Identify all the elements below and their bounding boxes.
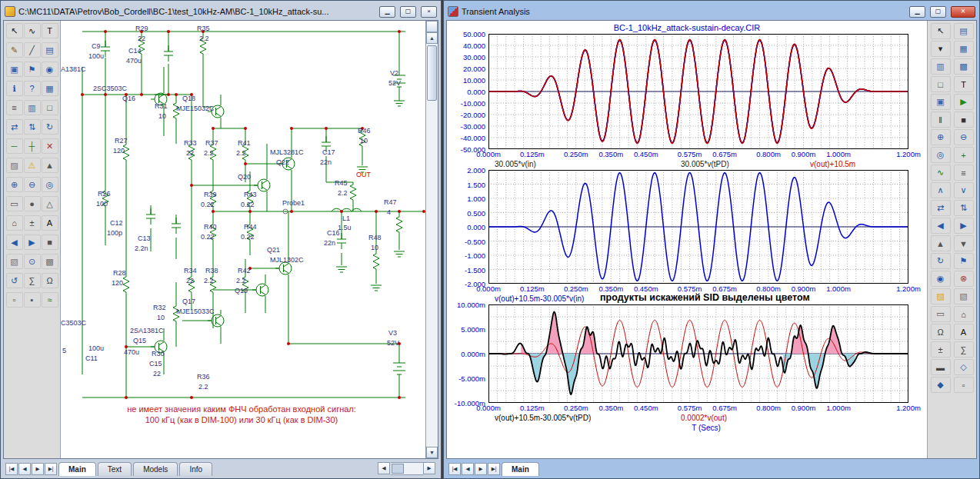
sheet-icon[interactable]: ▥ bbox=[24, 100, 41, 115]
maximize-button[interactable]: ▢ bbox=[400, 6, 416, 18]
pencil-tool-icon[interactable]: ✎ bbox=[6, 42, 23, 58]
pattern-icon[interactable]: ▦ bbox=[42, 81, 58, 96]
tab-main[interactable]: Main bbox=[58, 462, 96, 476]
scrollbar-thumb[interactable] bbox=[427, 45, 437, 101]
tab-main[interactable]: Main bbox=[502, 462, 539, 476]
wire-segment-icon[interactable]: ─ bbox=[6, 138, 23, 154]
next-page-icon[interactable]: ▶ bbox=[24, 235, 41, 250]
text-icon[interactable]: T bbox=[954, 76, 974, 92]
component-mode-icon[interactable]: ▣ bbox=[6, 62, 23, 77]
horizontal-scroll-thumb[interactable] bbox=[392, 464, 404, 474]
pause-icon[interactable]: ‖ bbox=[931, 111, 951, 128]
run-icon[interactable]: ▶ bbox=[954, 94, 974, 110]
graph-select-icon[interactable]: ▤ bbox=[954, 23, 974, 39]
abort-icon[interactable]: ⊗ bbox=[954, 271, 974, 287]
analysis-plot-area[interactable]: BC-1_10kHz_attack-sustain-decay.CIR50.00… bbox=[447, 21, 927, 458]
dropdown-icon[interactable]: ▾ bbox=[931, 41, 951, 57]
home-icon[interactable]: ⌂ bbox=[6, 215, 23, 231]
sheet-icon[interactable]: ▥ bbox=[931, 58, 951, 75]
box-icon[interactable]: ▭ bbox=[931, 306, 951, 322]
tab-scroll-first[interactable]: |◀ bbox=[5, 463, 18, 475]
rotate-icon[interactable]: ↻ bbox=[42, 119, 58, 135]
zoom-area-icon[interactable]: ◎ bbox=[42, 177, 58, 192]
triangle-shape-icon[interactable]: △ bbox=[42, 196, 58, 211]
list-icon[interactable]: ▬ bbox=[931, 359, 951, 375]
analysis-titlebar[interactable]: Transient Analysis ▁ ▢ × bbox=[446, 3, 977, 20]
scroll-up-button[interactable]: ▲ bbox=[426, 32, 438, 44]
tab-text[interactable]: Text bbox=[98, 462, 132, 476]
block-icon[interactable]: ■ bbox=[42, 235, 58, 250]
plus-minus-icon[interactable]: ± bbox=[931, 341, 951, 358]
shade-icon[interactable]: ▧ bbox=[954, 288, 974, 304]
scroll-right-button[interactable]: ▶ bbox=[423, 462, 435, 474]
next-icon[interactable]: ▶ bbox=[954, 218, 974, 234]
zoom-out-icon[interactable]: ⊖ bbox=[954, 129, 974, 145]
crosshair-icon[interactable]: ┼ bbox=[24, 138, 41, 154]
scrollbar-split-box[interactable] bbox=[426, 21, 438, 32]
scroll-down-button[interactable]: ▼ bbox=[426, 447, 438, 458]
close-button[interactable]: × bbox=[421, 6, 437, 18]
polarity-icon[interactable]: ± bbox=[24, 215, 41, 231]
help-mode-icon[interactable]: ? bbox=[24, 81, 41, 96]
dot-icon[interactable]: ▫ bbox=[954, 377, 974, 393]
region-icon[interactable]: ▧ bbox=[6, 254, 23, 269]
crosshair-icon[interactable]: + bbox=[954, 147, 974, 163]
small-box-icon[interactable]: ▫ bbox=[6, 292, 23, 308]
tab-scroll-prev[interactable]: ◀ bbox=[18, 463, 31, 475]
text-mode-icon[interactable]: T bbox=[42, 23, 58, 38]
tab-scroll-prev[interactable]: ◀ bbox=[462, 463, 474, 475]
sum-icon[interactable]: ∑ bbox=[954, 341, 974, 358]
scroll-left-button[interactable]: ◀ bbox=[378, 462, 390, 474]
text-size-icon[interactable]: A bbox=[954, 324, 974, 340]
layers-icon[interactable]: ▩ bbox=[954, 58, 974, 75]
grid-icon[interactable]: ▦ bbox=[954, 41, 974, 57]
flag-mode-icon[interactable]: ⚑ bbox=[24, 62, 41, 77]
zoom-in-icon[interactable]: ⊕ bbox=[6, 177, 23, 192]
box-tool-icon[interactable]: □ bbox=[42, 100, 58, 115]
horizontal-scroll-track[interactable] bbox=[391, 462, 423, 475]
target-icon[interactable]: ⊙ bbox=[24, 254, 41, 269]
layers-icon[interactable]: ▩ bbox=[42, 254, 58, 269]
window-icon[interactable]: □ bbox=[931, 76, 951, 92]
flip-horizontal-icon[interactable]: ⇄ bbox=[6, 119, 23, 135]
schematic-canvas[interactable]: R2922R352.2C9100uC14470uA1381C2SC3503CQ1… bbox=[61, 21, 425, 458]
arrow-up-icon[interactable]: ▲ bbox=[42, 158, 58, 173]
sum-icon[interactable]: ∑ bbox=[24, 273, 41, 288]
omega-icon[interactable]: Ω bbox=[42, 273, 58, 288]
select-icon[interactable]: ↖ bbox=[931, 23, 951, 39]
rect-shape-icon[interactable]: ▭ bbox=[6, 196, 23, 211]
select-tool-icon[interactable]: ↖ bbox=[6, 23, 23, 38]
info-mode-icon[interactable]: ℹ bbox=[6, 81, 23, 96]
vertical-scrollbar[interactable]: ▲ ▼ bbox=[425, 21, 438, 458]
stop-icon[interactable]: ■ bbox=[954, 111, 974, 128]
horizontal-scrollbar[interactable]: ◀ ▶ bbox=[378, 462, 436, 475]
zoom-in-icon[interactable]: ⊕ bbox=[931, 129, 951, 145]
close-button[interactable]: × bbox=[951, 6, 975, 18]
node-number-icon[interactable]: ◉ bbox=[42, 62, 58, 77]
dot-shape-icon[interactable]: ● bbox=[24, 196, 41, 211]
shade-icon[interactable]: ▨ bbox=[6, 158, 23, 173]
zoom-out-icon[interactable]: ⊖ bbox=[24, 177, 41, 192]
refresh-icon[interactable]: ↻ bbox=[931, 253, 951, 269]
tab-scroll-last[interactable]: ▶| bbox=[45, 463, 57, 475]
zoom-auto-icon[interactable]: ◎ bbox=[931, 147, 951, 163]
minimize-button[interactable]: ▁ bbox=[909, 6, 925, 18]
menu-icon[interactable]: ≡ bbox=[954, 165, 974, 181]
solid-diamond-icon[interactable]: ◆ bbox=[931, 377, 951, 393]
units-icon[interactable]: Ω bbox=[931, 324, 951, 340]
tab-scroll-next[interactable]: ▶ bbox=[32, 463, 44, 475]
tab-scroll-next[interactable]: ▶ bbox=[475, 463, 487, 475]
flip-vertical-icon[interactable]: ⇅ bbox=[24, 119, 41, 135]
undo-icon[interactable]: ↺ bbox=[6, 273, 23, 288]
diamond-icon[interactable]: ◇ bbox=[954, 359, 974, 375]
peak-icon[interactable]: ∧ bbox=[931, 182, 951, 198]
waveform-icon[interactable]: ∿ bbox=[931, 165, 951, 181]
maximize-button[interactable]: ▢ bbox=[930, 6, 946, 18]
scrollbar-track[interactable] bbox=[426, 44, 438, 447]
tab-scroll-last[interactable]: ▶| bbox=[488, 463, 500, 475]
wave-icon[interactable]: ≈ bbox=[42, 292, 58, 308]
folder-icon[interactable]: ▨ bbox=[931, 288, 951, 304]
swap-icon[interactable]: ⇄ bbox=[931, 200, 951, 216]
small-dot-icon[interactable]: ▪ bbox=[24, 292, 41, 308]
updown-icon[interactable]: ⇅ bbox=[954, 200, 974, 216]
